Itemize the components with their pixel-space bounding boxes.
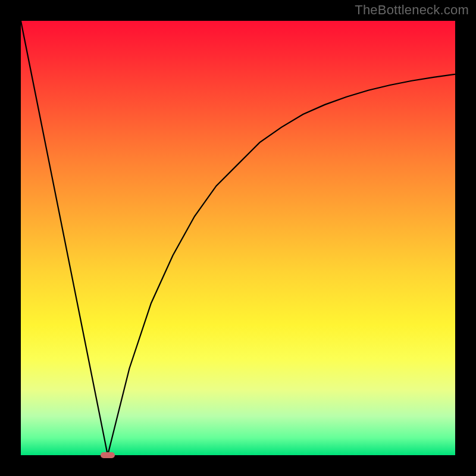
- plot-area: [21, 21, 455, 455]
- curve-left: [21, 21, 108, 455]
- line-plot: [21, 21, 455, 455]
- watermark-text: TheBottleneck.com: [355, 2, 469, 18]
- curve-right: [108, 74, 455, 455]
- min-marker: [101, 452, 115, 459]
- chart-frame: TheBottleneck.com: [0, 0, 476, 476]
